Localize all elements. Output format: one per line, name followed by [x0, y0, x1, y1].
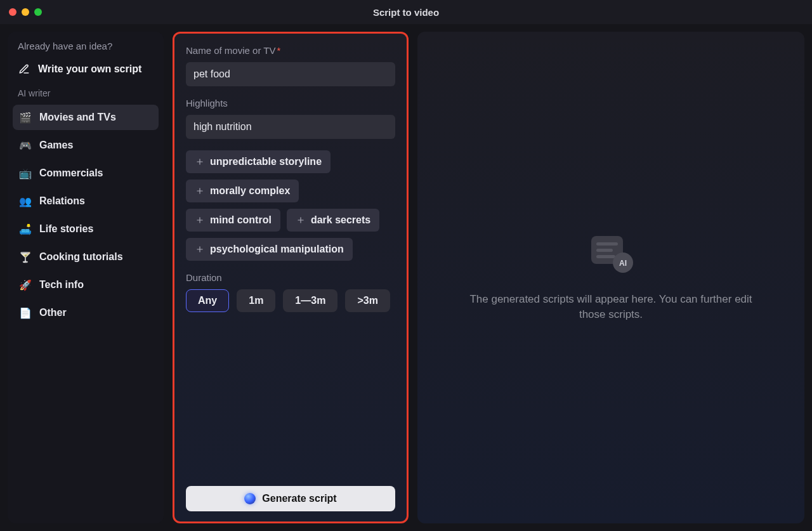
highlights-field-label: Highlights — [186, 98, 395, 108]
suggestion-chip-label: morally complex — [210, 185, 290, 197]
name-field-label: Name of movie or TV* — [186, 45, 395, 56]
sidebar-item-commercials[interactable]: 📺Commercials — [13, 161, 159, 186]
app-body: Already have an idea? Write your own scr… — [0, 24, 812, 531]
suggestion-chip-label: unpredictable storyline — [210, 156, 322, 167]
duration-option[interactable]: 1—3m — [283, 289, 337, 312]
sidebar-item-icon: 🎬 — [19, 111, 32, 124]
sidebar: Already have an idea? Write your own scr… — [8, 32, 164, 523]
traffic-lights — [9, 8, 42, 16]
preview-placeholder-text: The generated scripts will appear here. … — [465, 292, 757, 322]
sidebar-item-icon: 📺 — [19, 167, 32, 180]
sidebar-item-cooking-tutorials[interactable]: 🍸Cooking tutorials — [13, 244, 159, 270]
generate-script-button[interactable]: Generate script — [186, 486, 395, 511]
write-own-script-label: Write your own script — [38, 63, 141, 75]
pencil-icon — [18, 63, 30, 75]
sidebar-item-games[interactable]: 🎮Games — [13, 133, 159, 158]
name-field-label-text: Name of movie or TV — [186, 45, 275, 56]
plus-icon — [195, 186, 205, 196]
sidebar-item-label: Tech info — [39, 279, 84, 291]
suggestion-chip[interactable]: dark secrets — [287, 209, 379, 232]
titlebar: Script to video — [0, 0, 812, 24]
plus-icon — [195, 157, 205, 167]
sidebar-item-tech-info[interactable]: 🚀Tech info — [13, 272, 159, 298]
highlight-suggestions: unpredictable storylinemorally complexmi… — [186, 150, 395, 261]
window-minimize-button[interactable] — [22, 8, 29, 16]
sidebar-item-label: Commercials — [39, 167, 103, 179]
plus-icon — [296, 215, 306, 225]
suggestion-chip[interactable]: morally complex — [186, 180, 299, 202]
sidebar-item-icon: 🎮 — [19, 139, 32, 152]
svg-rect-13 — [596, 255, 615, 258]
sidebar-item-life-stories[interactable]: 🛋️Life stories — [13, 216, 159, 242]
sidebar-item-label: Other — [39, 307, 67, 318]
sidebar-item-label: Life stories — [39, 223, 93, 235]
suggestion-chip[interactable]: unpredictable storyline — [186, 150, 331, 173]
ai-writer-heading: AI writer — [10, 84, 161, 102]
sidebar-item-relations[interactable]: 👥Relations — [13, 188, 159, 214]
window-title: Script to video — [373, 7, 439, 18]
sidebar-item-label: Movies and TVs — [39, 112, 116, 123]
sidebar-item-label: Cooking tutorials — [39, 251, 123, 263]
sidebar-idea-heading: Already have an idea? — [10, 37, 161, 58]
write-own-script-button[interactable]: Write your own script — [10, 58, 161, 84]
sidebar-item-label: Relations — [39, 195, 85, 207]
name-input[interactable] — [186, 62, 395, 86]
sidebar-item-label: Games — [39, 140, 73, 151]
plus-icon — [195, 215, 205, 225]
sidebar-item-icon: 🛋️ — [19, 223, 32, 235]
sidebar-item-icon: 📄 — [19, 306, 32, 319]
sidebar-item-icon: 🚀 — [19, 279, 32, 291]
suggestion-chip[interactable]: mind control — [186, 209, 280, 232]
script-form-panel: Name of movie or TV* Highlights unpredic… — [173, 32, 409, 523]
highlights-input[interactable] — [186, 115, 395, 139]
duration-field-label: Duration — [186, 272, 395, 283]
ai-writer-nav: 🎬Movies and TVs🎮Games📺Commercials👥Relati… — [10, 102, 161, 328]
suggestion-chip-label: psychological manipulation — [210, 244, 344, 255]
preview-panel: AI The generated scripts will appear her… — [417, 32, 804, 523]
svg-rect-12 — [596, 249, 613, 252]
duration-option[interactable]: 1m — [237, 289, 275, 312]
sidebar-item-movies-and-tvs[interactable]: 🎬Movies and TVs — [13, 105, 159, 130]
svg-rect-11 — [596, 242, 618, 246]
ai-orb-icon — [244, 493, 256, 504]
suggestion-chip-label: dark secrets — [311, 214, 370, 226]
svg-text:AI: AI — [619, 259, 627, 268]
window-zoom-button[interactable] — [34, 8, 42, 16]
duration-option[interactable]: Any — [186, 289, 229, 312]
duration-options: Any1m1—3m>3m — [186, 289, 395, 312]
plus-icon — [195, 244, 205, 254]
sidebar-item-icon: 🍸 — [19, 251, 32, 263]
window-close-button[interactable] — [9, 8, 16, 16]
sidebar-item-icon: 👥 — [19, 195, 32, 207]
suggestion-chip[interactable]: psychological manipulation — [186, 238, 353, 261]
sidebar-item-other[interactable]: 📄Other — [13, 300, 159, 325]
suggestion-chip-label: mind control — [210, 214, 272, 226]
required-star-icon: * — [277, 45, 280, 56]
script-placeholder-icon: AI — [586, 233, 636, 274]
duration-option[interactable]: >3m — [345, 289, 390, 312]
generate-script-label: Generate script — [262, 493, 336, 504]
